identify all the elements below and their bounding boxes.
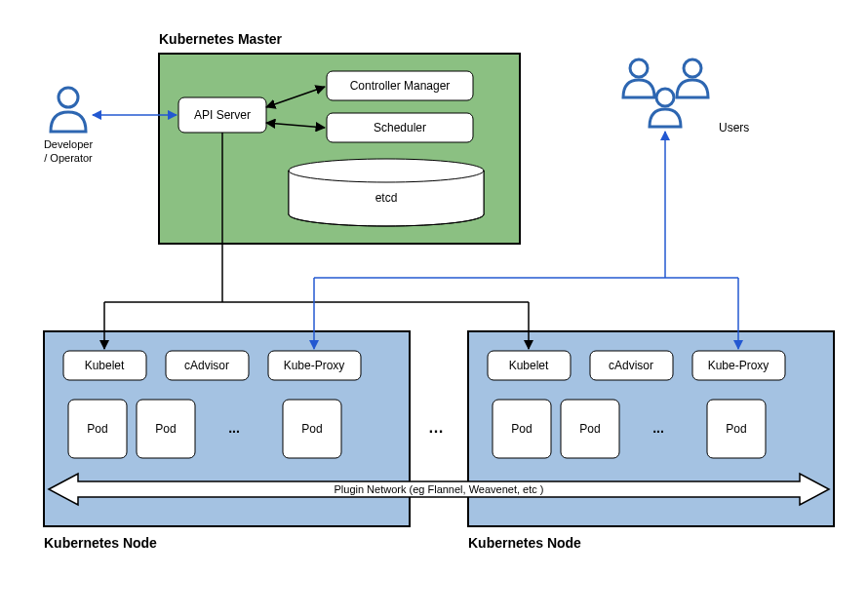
developer-icon — [51, 88, 86, 132]
developer-label-2: / Operator — [44, 152, 93, 164]
svg-point-9 — [630, 59, 648, 77]
between-nodes-ellipsis: … — [428, 419, 444, 436]
users-icon — [623, 59, 708, 127]
api-server-label: API Server — [194, 108, 251, 122]
node-right-pod-1-label: Pod — [511, 422, 532, 436]
node-right-cadvisor-label: cAdvisor — [609, 359, 653, 372]
users-label: Users — [719, 121, 749, 134]
node-right-pod-3-label: Pod — [726, 422, 746, 436]
node-left-ellipsis: ... — [228, 420, 240, 436]
scheduler-label: Scheduler — [374, 121, 426, 134]
node-left-pod-2-label: Pod — [155, 422, 176, 436]
etcd-label: etcd — [375, 191, 398, 205]
svg-point-11 — [656, 89, 674, 106]
node-right-title: Kubernetes Node — [468, 535, 581, 551]
node-right-pod-2-label: Pod — [579, 422, 600, 436]
master-title: Kubernetes Master — [159, 31, 283, 47]
node-left-kubelet-label: Kubelet — [85, 359, 125, 372]
node-right-kubeproxy-label: Kube-Proxy — [708, 359, 769, 372]
svg-point-8 — [59, 88, 78, 107]
developer-label-1: Developer — [44, 138, 93, 150]
node-left-cadvisor-label: cAdvisor — [184, 359, 229, 372]
controller-manager-label: Controller Manager — [350, 79, 451, 93]
plugin-network-label: Plugin Network (eg Flannel, Weavenet, et… — [334, 483, 543, 495]
node-right-kubelet-label: Kubelet — [509, 359, 549, 372]
node-left-pod-1-label: Pod — [87, 422, 107, 436]
svg-point-10 — [684, 59, 701, 77]
node-left-pod-3-label: Pod — [301, 422, 322, 436]
node-left-title: Kubernetes Node — [44, 535, 157, 551]
node-right-ellipsis: ... — [652, 420, 664, 436]
node-left-kubeproxy-label: Kube-Proxy — [284, 359, 345, 372]
